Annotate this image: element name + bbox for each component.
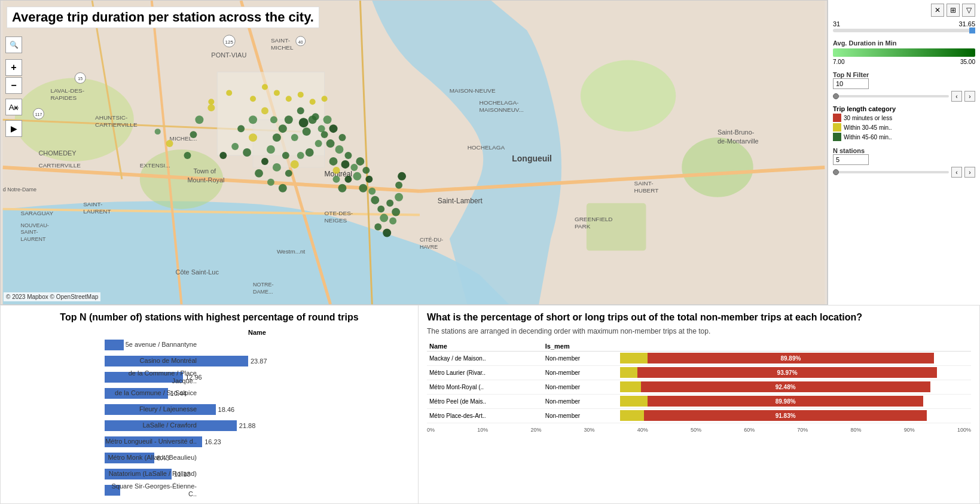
bar-row: Métro Monk (Allard / Beaulieu)8.43 <box>105 451 374 465</box>
row-bar: 92.48% <box>618 380 972 394</box>
red-bar: 91.83% <box>644 410 927 421</box>
axis-tick: 10% <box>477 427 488 433</box>
zoom-out-button[interactable]: − <box>5 77 22 94</box>
right-chart-subtitle: The stations are arranged in decending o… <box>427 326 971 337</box>
svg-point-132 <box>262 84 268 90</box>
svg-point-128 <box>190 131 197 138</box>
svg-point-135 <box>208 99 214 105</box>
svg-text:CITÉ-DU-: CITÉ-DU- <box>420 237 443 243</box>
svg-text:40: 40 <box>298 40 303 44</box>
n-stations-slider[interactable] <box>833 171 949 173</box>
svg-point-117 <box>261 158 268 165</box>
svg-text:117: 117 <box>35 112 42 117</box>
svg-point-136 <box>274 90 280 96</box>
svg-point-111 <box>282 152 289 159</box>
grid-panel-button[interactable]: ⊞ <box>947 4 960 17</box>
top-n-decrement[interactable]: ‹ <box>951 91 962 102</box>
svg-point-98 <box>392 208 400 216</box>
svg-text:LAURENT: LAURENT <box>83 208 111 215</box>
row-ismem: Non-member <box>543 380 618 394</box>
row-bar: 89.89% <box>618 351 972 365</box>
filter-panel-button[interactable]: ▽ <box>962 4 975 17</box>
left-chart-title: Top N (number of) stations with highest … <box>9 311 410 324</box>
svg-text:PONT-VIAU: PONT-VIAU <box>211 51 246 59</box>
bar-label: Métro Monk (Allard / Beaulieu) <box>105 454 199 462</box>
svg-point-127 <box>195 115 203 124</box>
svg-point-71 <box>279 124 287 133</box>
row-name: Mackay / de Maison.. <box>427 351 543 365</box>
row-name: Métro Place-des-Art.. <box>427 408 543 423</box>
left-chart: Top N (number of) stations with highest … <box>0 305 419 504</box>
legend-color-red <box>833 114 841 122</box>
svg-text:SAINT-: SAINT- <box>83 201 102 207</box>
map-svg: PONT-VIAU SAINT- MICHEL LAVAL-DES- RAPID… <box>1 1 827 304</box>
row-name: Métro Peel (de Mais.. <box>427 394 543 408</box>
svg-point-77 <box>321 131 328 138</box>
table-row: Mackay / de Maison..Non-member89.89% <box>427 351 971 365</box>
svg-point-124 <box>338 184 346 193</box>
svg-point-82 <box>335 145 344 154</box>
table-row: Métro Peel (de Mais..Non-member89.98% <box>427 394 971 408</box>
close-panel-button[interactable]: ✕ <box>931 4 944 17</box>
bar-value: 18.46 <box>216 406 235 413</box>
svg-text:NOUVEAU-: NOUVEAU- <box>21 222 49 228</box>
svg-text:AHUNTSIC-: AHUNTSIC- <box>95 114 127 121</box>
svg-point-76 <box>323 115 332 124</box>
bar-label: Square Sir-Georges-Étienne-C.. <box>105 482 199 498</box>
axis-tick: 90% <box>904 427 915 433</box>
svg-point-108 <box>243 148 251 157</box>
svg-text:HOCHELAGA-: HOCHELAGA- <box>480 99 519 106</box>
zoom-in-button[interactable]: + <box>5 59 22 76</box>
svg-text:GREENFIELD: GREENFIELD <box>575 216 613 222</box>
bar-row: LaSalle / Crawford21.88 <box>105 419 374 432</box>
svg-text:125: 125 <box>225 39 234 45</box>
svg-point-100 <box>395 193 403 201</box>
table-row: Métro Mont-Royal (..Non-member92.48% <box>427 380 971 394</box>
gradient-label: Avg. Duration in Min <box>833 39 975 47</box>
bar-label: de la Commune / St-Sulpice <box>105 389 199 397</box>
svg-point-129 <box>166 140 173 147</box>
svg-point-87 <box>362 167 370 174</box>
svg-text:Mount-Royal: Mount-Royal <box>187 176 224 184</box>
n-stations-increment[interactable]: › <box>964 167 975 178</box>
svg-text:SAINT-: SAINT- <box>634 180 654 187</box>
svg-text:PARK: PARK <box>575 223 591 230</box>
duration-slider[interactable] <box>833 29 975 32</box>
bar-label: de la Commune / Place Jacque.. <box>105 369 199 385</box>
legend-label-0: 30 minutes or less <box>844 115 892 121</box>
translate-button[interactable]: Ax̶ <box>5 99 22 115</box>
legend-color-yellow <box>833 123 841 132</box>
svg-point-133 <box>226 90 232 96</box>
svg-point-96 <box>383 228 391 237</box>
svg-rect-3 <box>587 203 646 251</box>
bar-label: Fleury / Lajeunesse <box>105 405 199 413</box>
svg-text:DAME...: DAME... <box>253 289 273 295</box>
svg-text:Saint-Bruno-: Saint-Bruno- <box>718 129 755 136</box>
yellow-bar <box>620 353 648 364</box>
search-button[interactable]: 🔍 <box>5 36 22 53</box>
svg-text:LAVAL-DES-: LAVAL-DES- <box>50 87 84 94</box>
col-name: Name <box>427 341 543 352</box>
n-stations-decrement[interactable]: ‹ <box>951 167 962 178</box>
n-stations-input[interactable] <box>833 154 869 165</box>
svg-text:MAISON-NEUVE: MAISON-NEUVE <box>450 87 496 94</box>
svg-text:Town of: Town of <box>193 167 216 175</box>
legend-label-1: Within 30-45 min.. <box>844 124 892 131</box>
svg-point-95 <box>374 224 381 231</box>
duration-filter-section: 31 31.65 <box>833 20 975 33</box>
svg-point-138 <box>298 91 304 97</box>
legend-label-2: Within 45-60 min.. <box>844 134 892 140</box>
n-stations-slider-row: ‹ › <box>833 167 975 178</box>
legend-title: Trip length category <box>833 105 975 112</box>
row-ismem: Non-member <box>543 351 618 365</box>
navigate-button[interactable]: ▶ <box>5 120 22 137</box>
gradient-min: 7.00 <box>833 59 844 65</box>
top-n-section: Top N Filter ‹ › <box>833 69 975 102</box>
right-chart-title: What is the percentage of short or long … <box>427 311 971 324</box>
top-n-input[interactable] <box>833 78 869 89</box>
top-n-slider[interactable] <box>833 95 949 97</box>
gradient-max: 35.00 <box>960 59 975 65</box>
svg-point-86 <box>356 157 364 166</box>
svg-point-118 <box>255 169 263 178</box>
top-n-increment[interactable]: › <box>964 91 975 102</box>
